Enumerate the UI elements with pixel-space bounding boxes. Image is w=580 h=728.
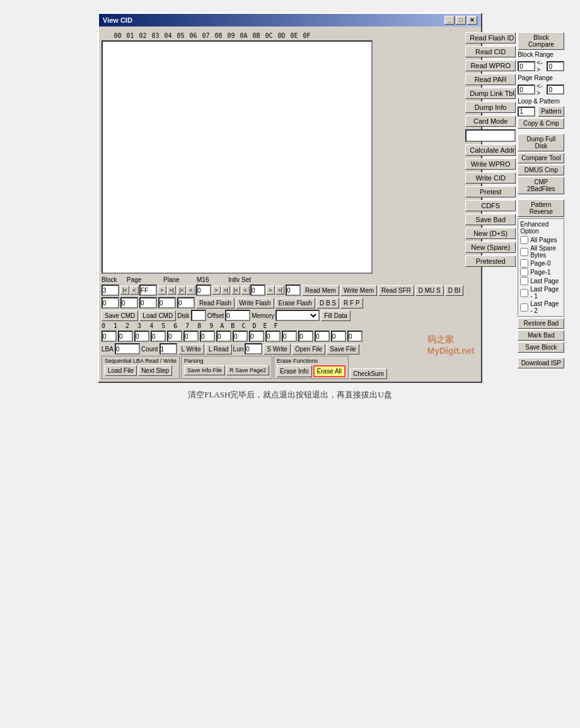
erase-flash-button[interactable]: Erase Flash	[276, 298, 315, 308]
save-info-file-button[interactable]: Save Info File	[184, 365, 225, 375]
intlv-value-input[interactable]	[286, 285, 301, 296]
lba-input[interactable]	[115, 343, 140, 355]
page-nav-next[interactable]: >	[158, 286, 166, 295]
write-mem-button[interactable]: Write Mem	[340, 285, 377, 296]
block-range-from[interactable]	[518, 61, 535, 71]
page-range-to[interactable]	[547, 85, 564, 95]
plane-nav-first[interactable]: |<	[177, 286, 186, 295]
page-val2-input[interactable]	[120, 297, 138, 308]
l-read-button[interactable]: L Read	[206, 344, 232, 355]
load-cmd-button[interactable]: Load CMD	[139, 310, 176, 321]
hex-input-9[interactable]	[249, 331, 264, 342]
plane-nav-next[interactable]: >	[212, 286, 221, 295]
copy-cmp-button[interactable]: Copy & Cmp	[518, 118, 564, 129]
s-write-button[interactable]: S Write	[264, 344, 291, 355]
new-ds-button[interactable]: New (D+S)	[465, 228, 516, 239]
all-pages-option[interactable]: All Pages	[520, 236, 562, 244]
page-nav-last[interactable]: >|	[167, 286, 176, 295]
d-bi-button[interactable]: D BI	[445, 285, 463, 296]
dmus-cmp-button[interactable]: DMUS Cmp	[518, 165, 564, 175]
write-flash-button[interactable]: Write Flash	[236, 298, 274, 308]
r-f-p-button[interactable]: R F P	[340, 298, 363, 308]
page0-option[interactable]: Page-0	[520, 259, 562, 267]
card-mode-button[interactable]: Card Mode	[465, 115, 516, 127]
pretest-button[interactable]: Pretest	[465, 186, 516, 197]
calculate-addr-button[interactable]: Calculate Addr	[465, 144, 516, 156]
read-flash-id-button[interactable]: Read Flash ID	[465, 32, 516, 44]
last-page-1-option[interactable]: Last Page - 1	[520, 286, 562, 300]
pretested-button[interactable]: Pretested	[465, 255, 516, 267]
save-block-button[interactable]: Save Block	[518, 342, 564, 353]
read-flash-button[interactable]: Read Flash	[196, 298, 235, 308]
read-par-button[interactable]: Read PAR	[465, 74, 516, 85]
hex-input-4[interactable]	[167, 331, 182, 342]
read-cid-button[interactable]: Read CID	[465, 46, 516, 57]
m16-nav-last[interactable]: >|	[276, 286, 284, 295]
load-file-button[interactable]: Load File	[105, 365, 137, 376]
maximize-button[interactable]: □	[456, 16, 466, 25]
write-cid-button[interactable]: Write CID	[465, 172, 516, 184]
all-spare-bytes-option[interactable]: All Spare Bytes	[520, 245, 562, 259]
m16-val2-input[interactable]	[158, 297, 176, 308]
block-val2-input[interactable]	[102, 297, 119, 308]
m16-nav-next[interactable]: >	[266, 286, 275, 295]
m16-nav-first[interactable]: |<	[231, 286, 240, 295]
memory-select[interactable]	[276, 310, 320, 321]
loop-value-input[interactable]	[518, 107, 535, 117]
plane-nav-prev[interactable]: <	[187, 286, 195, 295]
last-page-2-option[interactable]: Last Page - 2	[520, 300, 562, 314]
minimize-button[interactable]: _	[444, 16, 455, 25]
intlv-val2-input[interactable]	[177, 297, 195, 308]
block-range-to[interactable]	[547, 61, 564, 71]
save-bad-button[interactable]: Save Bad	[465, 214, 516, 225]
l-write-button[interactable]: L Write	[178, 344, 204, 355]
dump-full-disk-button[interactable]: Dump Full Disk	[518, 134, 564, 151]
page-nav-first[interactable]: |<	[120, 286, 129, 295]
status-input[interactable]	[465, 129, 516, 142]
m16-value-input[interactable]	[250, 285, 265, 296]
page-value-input[interactable]	[139, 285, 157, 296]
read-mem-button[interactable]: Read Mem	[302, 285, 339, 296]
hex-input-b[interactable]	[282, 331, 297, 342]
hex-input-5[interactable]	[183, 331, 199, 342]
open-file-button[interactable]: Open File	[292, 344, 325, 355]
block-value-input[interactable]	[102, 285, 119, 296]
page-nav-prev[interactable]: <	[130, 286, 139, 295]
r-save-page2-button[interactable]: R Save Page2	[226, 365, 269, 375]
fill-data-button[interactable]: Fill Data	[321, 310, 351, 321]
page-range-from[interactable]	[518, 85, 535, 95]
hex-input-f[interactable]	[347, 331, 362, 342]
m16-nav-prev[interactable]: <	[241, 286, 250, 295]
download-isp-button[interactable]: Download ISP	[518, 358, 564, 368]
d-mus-button[interactable]: D MU S	[415, 285, 444, 296]
d-bs-button[interactable]: D B S	[316, 298, 339, 308]
hex-input-c[interactable]	[298, 331, 313, 342]
plane-value-input[interactable]	[196, 285, 211, 296]
offset-input[interactable]	[225, 310, 250, 321]
last-page-option[interactable]: Last Page	[520, 277, 562, 285]
read-wpro-button[interactable]: Read WPRO	[465, 60, 516, 71]
hex-input-1[interactable]	[118, 331, 133, 342]
page1-option[interactable]: Page-1	[520, 268, 562, 276]
next-step-button[interactable]: Next Step	[138, 365, 172, 376]
dump-link-tbl-button[interactable]: Dump Link Tbl	[465, 88, 516, 99]
plane-nav-last[interactable]: >|	[221, 286, 230, 295]
pattern-button[interactable]: Pattern	[538, 106, 564, 117]
mark-bad-button[interactable]: Mark Bad	[518, 330, 564, 341]
save-file-button[interactable]: Save File	[327, 344, 359, 355]
save-cmd-button[interactable]: Save CMD	[102, 310, 138, 321]
erase-all-button[interactable]: Erase All	[313, 365, 345, 377]
close-button[interactable]: ✕	[467, 16, 477, 25]
hex-input-a[interactable]	[265, 331, 281, 342]
hex-input-8[interactable]	[233, 331, 248, 342]
hex-display[interactable]	[102, 40, 373, 274]
dump-info-button[interactable]: Dump Info	[465, 102, 516, 113]
hex-input-e[interactable]	[331, 331, 346, 342]
hex-input-2[interactable]	[134, 331, 149, 342]
cdfs-button[interactable]: CDFS	[465, 200, 516, 211]
hex-input-d[interactable]	[315, 331, 330, 342]
pattern-reverse-button[interactable]: Pattern Reverse	[518, 199, 564, 217]
count-input[interactable]	[160, 343, 177, 355]
new-spare-button[interactable]: New (Spare)	[465, 242, 516, 253]
checksum-button[interactable]: CheckSum	[350, 368, 387, 379]
